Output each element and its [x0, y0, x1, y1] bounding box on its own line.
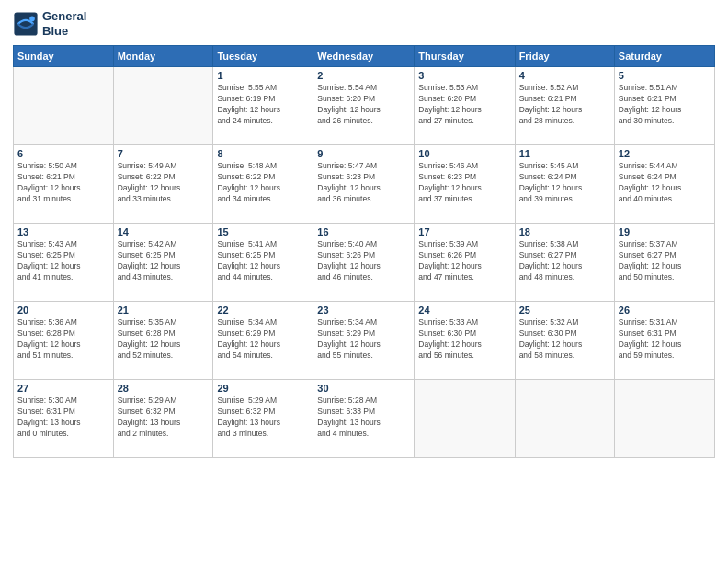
day-number: 15 — [217, 226, 309, 237]
logo: General Blue — [13, 9, 86, 38]
day-of-week-header: Sunday — [14, 46, 114, 67]
calendar-cell: 14Sunrise: 5:42 AM Sunset: 6:25 PM Dayli… — [113, 224, 213, 302]
day-number: 24 — [418, 304, 510, 316]
day-number: 2 — [317, 70, 410, 81]
calendar-cell: 1Sunrise: 5:55 AM Sunset: 6:19 PM Daylig… — [213, 67, 313, 145]
day-info: Sunrise: 5:37 AM Sunset: 6:27 PM Dayligh… — [619, 239, 711, 283]
day-number: 19 — [619, 226, 711, 237]
day-info: Sunrise: 5:31 AM Sunset: 6:31 PM Dayligh… — [619, 317, 711, 362]
calendar-cell: 28Sunrise: 5:29 AM Sunset: 6:32 PM Dayli… — [113, 380, 213, 458]
logo-icon — [13, 11, 39, 37]
calendar-cell: 18Sunrise: 5:38 AM Sunset: 6:27 PM Dayli… — [515, 224, 614, 302]
day-number: 22 — [217, 304, 309, 316]
day-of-week-header: Wednesday — [313, 46, 415, 67]
day-info: Sunrise: 5:30 AM Sunset: 6:31 PM Dayligh… — [17, 396, 109, 440]
calendar-cell — [415, 380, 515, 458]
day-info: Sunrise: 5:33 AM Sunset: 6:30 PM Dayligh… — [418, 317, 510, 362]
day-number: 5 — [619, 70, 711, 81]
day-info: Sunrise: 5:44 AM Sunset: 6:24 PM Dayligh… — [619, 161, 711, 205]
day-number: 11 — [519, 148, 610, 159]
logo-text: General Blue — [42, 9, 86, 38]
day-number: 8 — [217, 148, 309, 159]
calendar-cell — [614, 380, 714, 458]
calendar-cell: 5Sunrise: 5:51 AM Sunset: 6:21 PM Daylig… — [614, 67, 714, 145]
calendar-cell: 9Sunrise: 5:47 AM Sunset: 6:23 PM Daylig… — [313, 145, 415, 224]
day-info: Sunrise: 5:35 AM Sunset: 6:28 PM Dayligh… — [118, 317, 210, 362]
calendar-cell: 11Sunrise: 5:45 AM Sunset: 6:24 PM Dayli… — [515, 145, 614, 224]
svg-rect-0 — [14, 12, 37, 35]
calendar-cell: 29Sunrise: 5:29 AM Sunset: 6:32 PM Dayli… — [213, 380, 313, 458]
day-number: 1 — [217, 70, 309, 81]
day-number: 16 — [317, 226, 410, 237]
calendar-cell: 24Sunrise: 5:33 AM Sunset: 6:30 PM Dayli… — [415, 302, 515, 380]
day-info: Sunrise: 5:39 AM Sunset: 6:26 PM Dayligh… — [418, 239, 510, 283]
day-number: 14 — [118, 226, 210, 237]
day-number: 26 — [619, 304, 711, 316]
calendar-cell: 30Sunrise: 5:28 AM Sunset: 6:33 PM Dayli… — [313, 380, 415, 458]
day-number: 10 — [418, 148, 510, 159]
day-number: 17 — [418, 226, 510, 237]
day-info: Sunrise: 5:47 AM Sunset: 6:23 PM Dayligh… — [317, 161, 410, 205]
calendar-cell: 20Sunrise: 5:36 AM Sunset: 6:28 PM Dayli… — [14, 302, 114, 380]
day-of-week-header: Saturday — [614, 46, 714, 67]
calendar-cell: 19Sunrise: 5:37 AM Sunset: 6:27 PM Dayli… — [614, 224, 714, 302]
calendar-cell: 21Sunrise: 5:35 AM Sunset: 6:28 PM Dayli… — [113, 302, 213, 380]
calendar-cell: 3Sunrise: 5:53 AM Sunset: 6:20 PM Daylig… — [415, 67, 515, 145]
day-number: 28 — [118, 383, 210, 394]
day-number: 29 — [217, 383, 309, 394]
svg-point-1 — [29, 16, 35, 21]
day-info: Sunrise: 5:46 AM Sunset: 6:23 PM Dayligh… — [418, 161, 510, 205]
calendar-cell: 7Sunrise: 5:49 AM Sunset: 6:22 PM Daylig… — [113, 145, 213, 224]
day-number: 25 — [519, 304, 610, 316]
calendar-cell: 17Sunrise: 5:39 AM Sunset: 6:26 PM Dayli… — [415, 224, 515, 302]
calendar-cell: 16Sunrise: 5:40 AM Sunset: 6:26 PM Dayli… — [313, 224, 415, 302]
day-info: Sunrise: 5:29 AM Sunset: 6:32 PM Dayligh… — [118, 396, 210, 440]
calendar-cell: 27Sunrise: 5:30 AM Sunset: 6:31 PM Dayli… — [14, 380, 114, 458]
day-info: Sunrise: 5:55 AM Sunset: 6:19 PM Dayligh… — [217, 83, 309, 127]
calendar-cell: 15Sunrise: 5:41 AM Sunset: 6:25 PM Dayli… — [213, 224, 313, 302]
day-number: 30 — [317, 383, 410, 394]
page-header: General Blue — [13, 9, 715, 38]
day-number: 4 — [519, 70, 610, 81]
calendar-cell: 23Sunrise: 5:34 AM Sunset: 6:29 PM Dayli… — [313, 302, 415, 380]
day-info: Sunrise: 5:54 AM Sunset: 6:20 PM Dayligh… — [317, 83, 410, 127]
day-number: 6 — [17, 148, 109, 159]
calendar-cell: 6Sunrise: 5:50 AM Sunset: 6:21 PM Daylig… — [14, 145, 114, 224]
calendar-cell: 26Sunrise: 5:31 AM Sunset: 6:31 PM Dayli… — [614, 302, 714, 380]
day-of-week-header: Tuesday — [213, 46, 313, 67]
day-info: Sunrise: 5:29 AM Sunset: 6:32 PM Dayligh… — [217, 396, 309, 440]
day-number: 18 — [519, 226, 610, 237]
day-info: Sunrise: 5:32 AM Sunset: 6:30 PM Dayligh… — [519, 317, 610, 362]
day-number: 20 — [17, 304, 109, 316]
day-number: 12 — [619, 148, 711, 159]
day-of-week-header: Friday — [515, 46, 614, 67]
calendar-cell: 12Sunrise: 5:44 AM Sunset: 6:24 PM Dayli… — [614, 145, 714, 224]
day-info: Sunrise: 5:38 AM Sunset: 6:27 PM Dayligh… — [519, 239, 610, 283]
day-info: Sunrise: 5:53 AM Sunset: 6:20 PM Dayligh… — [418, 83, 510, 127]
calendar-cell: 22Sunrise: 5:34 AM Sunset: 6:29 PM Dayli… — [213, 302, 313, 380]
day-info: Sunrise: 5:49 AM Sunset: 6:22 PM Dayligh… — [118, 161, 210, 205]
day-number: 23 — [317, 304, 410, 316]
calendar-cell — [515, 380, 614, 458]
day-info: Sunrise: 5:51 AM Sunset: 6:21 PM Dayligh… — [619, 83, 711, 127]
day-number: 27 — [17, 383, 109, 394]
calendar-cell — [113, 67, 213, 145]
calendar-cell: 10Sunrise: 5:46 AM Sunset: 6:23 PM Dayli… — [415, 145, 515, 224]
day-info: Sunrise: 5:52 AM Sunset: 6:21 PM Dayligh… — [519, 83, 610, 127]
day-info: Sunrise: 5:42 AM Sunset: 6:25 PM Dayligh… — [118, 239, 210, 283]
day-info: Sunrise: 5:41 AM Sunset: 6:25 PM Dayligh… — [217, 239, 309, 283]
day-number: 9 — [317, 148, 410, 159]
day-info: Sunrise: 5:48 AM Sunset: 6:22 PM Dayligh… — [217, 161, 309, 205]
day-info: Sunrise: 5:40 AM Sunset: 6:26 PM Dayligh… — [317, 239, 410, 283]
day-number: 13 — [17, 226, 109, 237]
day-info: Sunrise: 5:34 AM Sunset: 6:29 PM Dayligh… — [317, 317, 410, 362]
day-info: Sunrise: 5:50 AM Sunset: 6:21 PM Dayligh… — [17, 161, 109, 205]
calendar-cell: 4Sunrise: 5:52 AM Sunset: 6:21 PM Daylig… — [515, 67, 614, 145]
calendar-cell: 2Sunrise: 5:54 AM Sunset: 6:20 PM Daylig… — [313, 67, 415, 145]
calendar-cell — [14, 67, 114, 145]
day-info: Sunrise: 5:43 AM Sunset: 6:25 PM Dayligh… — [17, 239, 109, 283]
day-info: Sunrise: 5:34 AM Sunset: 6:29 PM Dayligh… — [217, 317, 309, 362]
calendar-cell: 13Sunrise: 5:43 AM Sunset: 6:25 PM Dayli… — [14, 224, 114, 302]
day-number: 7 — [118, 148, 210, 159]
day-of-week-header: Thursday — [415, 46, 515, 67]
